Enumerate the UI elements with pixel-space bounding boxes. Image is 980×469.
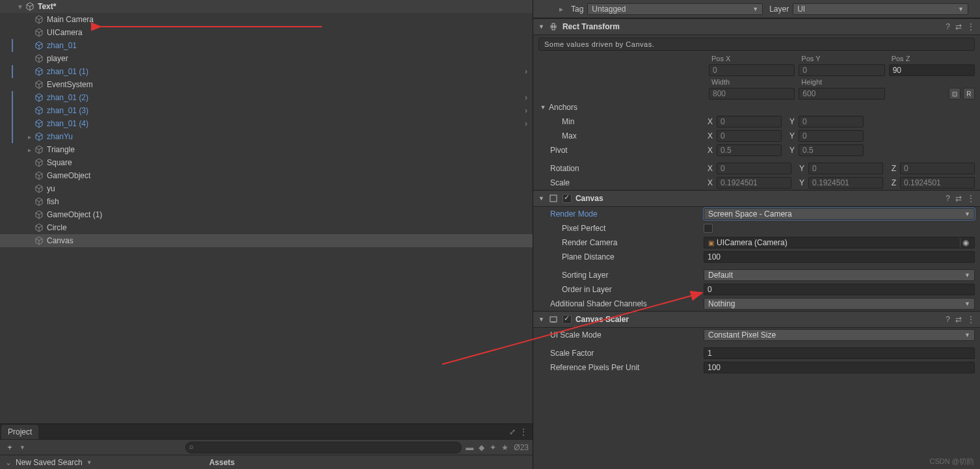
render-mode-row: Render Mode Screen Space - Camera▼ [533, 207, 980, 221]
foldout-icon[interactable]: ▼ [538, 195, 544, 202]
chevron-right-icon[interactable]: › [525, 106, 527, 115]
gameobject-icon [34, 14, 44, 25]
render-camera-field[interactable]: ▣ UICamera (Camera) ◉ [704, 237, 975, 248]
canvas-scaler-enabled-checkbox[interactable] [563, 315, 572, 324]
favorite-icon[interactable]: ★ [501, 443, 509, 452]
anchor-min-x-input [717, 116, 782, 127]
hidden-icon[interactable]: Ø23 [514, 443, 529, 452]
hierarchy-item[interactable]: Main Camera [0, 13, 533, 26]
sorting-layer-dropdown[interactable]: Default▼ [704, 269, 975, 281]
hierarchy-item[interactable]: zhan_01 [0, 39, 533, 52]
help-icon[interactable]: ? [946, 22, 950, 31]
layer-dropdown[interactable]: UI▼ [793, 3, 968, 15]
raw-edit-button[interactable]: R [963, 88, 975, 100]
rect-transform-header[interactable]: ▼ Rect Transform ? ⇄ ⋮ [533, 18, 980, 35]
gameobject-icon [34, 40, 44, 51]
ui-scale-mode-dropdown[interactable]: Constant Pixel Size▼ [704, 329, 975, 341]
hierarchy-item[interactable]: EventSystem [0, 78, 533, 91]
foldout-icon[interactable]: ▼ [538, 316, 544, 323]
anchors-row[interactable]: ▼ Anchors [533, 100, 980, 114]
pivot-y-input [799, 144, 864, 156]
component-title: Canvas [576, 194, 603, 203]
anchors-min-label: Min [538, 117, 704, 126]
anchor-max-y-input [799, 130, 864, 142]
canvas-header[interactable]: ▼ Canvas ? ⇄ ⋮ [533, 190, 980, 207]
hierarchy-item[interactable]: fish [0, 195, 533, 208]
hierarchy-item[interactable]: ▸Triangle [0, 143, 533, 156]
preset-icon[interactable]: ⇄ [955, 315, 962, 324]
chevron-right-icon[interactable]: › [525, 119, 527, 128]
saved-search-dropdown-icon[interactable]: ▼ [86, 459, 92, 466]
item-label: Canvas [47, 236, 73, 245]
foldout-icon[interactable]: ▸ [25, 133, 34, 141]
context-menu-icon[interactable]: ⋮ [967, 315, 975, 324]
pos-z-input[interactable] [889, 64, 975, 76]
help-icon[interactable]: ? [946, 315, 950, 324]
hierarchy-item[interactable]: Canvas [0, 234, 533, 247]
hierarchy-tree[interactable]: ▼ Text* Main CameraUICamerazhan_01player… [0, 0, 533, 423]
tag-dropdown[interactable]: Untagged▼ [587, 3, 763, 15]
gameobject-icon [34, 209, 44, 220]
rotation-y-input [808, 163, 883, 174]
filter-label-icon[interactable]: ✦ [490, 443, 496, 452]
foldout-icon[interactable]: ▼ [538, 104, 548, 111]
hierarchy-item[interactable]: Circle [0, 221, 533, 234]
ref-ppu-input[interactable] [704, 362, 975, 373]
object-picker-icon[interactable]: ◉ [960, 237, 970, 248]
hierarchy-item[interactable]: zhan_01 (1)› [0, 65, 533, 78]
pixel-perfect-checkbox[interactable] [704, 224, 713, 233]
hierarchy-item-text[interactable]: ▼ Text* [0, 0, 533, 13]
preset-icon[interactable]: ⇄ [955, 22, 962, 31]
item-label: zhan_01 (2) [47, 93, 88, 102]
add-button[interactable]: + [4, 443, 16, 452]
hierarchy-item[interactable]: UICamera [0, 26, 533, 39]
blueprint-mode-button[interactable]: ⊡ [949, 88, 960, 100]
hierarchy-item[interactable]: ▸zhanYu [0, 130, 533, 143]
additional-shader-dropdown[interactable]: Nothing▼ [704, 298, 975, 310]
item-label: GameObject (1) [47, 210, 102, 219]
hierarchy-item[interactable]: zhan_01 (2)› [0, 91, 533, 104]
context-menu-icon[interactable]: ⋮ [967, 22, 975, 31]
project-tab[interactable]: Project [1, 425, 38, 439]
help-icon[interactable]: ? [946, 194, 950, 203]
hierarchy-item[interactable]: GameObject (1) [0, 208, 533, 221]
sorting-layer-row: Sorting Layer Default▼ [533, 268, 980, 282]
anchors-max-label: Max [538, 131, 704, 141]
preset-icon[interactable]: ⇄ [955, 194, 962, 203]
hierarchy-item[interactable]: zhan_01 (3)› [0, 104, 533, 117]
canvas-scaler-header[interactable]: ▼ Canvas Scaler ? ⇄ ⋮ [533, 311, 980, 328]
filter-type-icon[interactable]: ◆ [479, 443, 484, 452]
item-label: zhan_01 (1) [47, 67, 88, 76]
foldout-icon[interactable]: ▸ [25, 146, 34, 154]
svg-rect-3 [550, 317, 557, 322]
hierarchy-item[interactable]: Square [0, 156, 533, 169]
sorting-layer-label: Sorting Layer [538, 271, 704, 280]
context-menu-icon[interactable]: ⋮ [520, 427, 527, 436]
assets-label[interactable]: Assets [209, 458, 235, 467]
scale-factor-input[interactable] [704, 347, 975, 359]
project-search-input[interactable] [185, 442, 462, 453]
chevron-right-icon[interactable]: › [525, 67, 527, 76]
foldout-icon[interactable]: ▼ [538, 23, 544, 30]
render-mode-dropdown[interactable]: Screen Space - Camera▼ [704, 208, 975, 220]
hierarchy-item[interactable]: zhan_01 (4)› [0, 117, 533, 130]
saved-search-expand-icon[interactable]: ⌄ [5, 458, 12, 467]
pos-x-label: Pos X [709, 55, 795, 62]
plane-distance-input[interactable] [704, 251, 975, 263]
gameobject-icon [34, 144, 44, 155]
gameobject-icon [34, 53, 44, 64]
order-in-layer-input[interactable] [704, 284, 975, 295]
watermark: CSDN @切韵 [930, 457, 973, 466]
lock-icon[interactable]: ⤢ [509, 427, 516, 436]
hierarchy-item[interactable]: GameObject [0, 169, 533, 182]
filter-icon[interactable]: ▬ [466, 443, 473, 452]
item-label: zhan_01 (4) [47, 119, 88, 128]
chevron-right-icon[interactable]: › [525, 93, 527, 102]
svg-rect-2 [550, 195, 557, 202]
canvas-enabled-checkbox[interactable] [563, 194, 572, 203]
context-menu-icon[interactable]: ⋮ [967, 194, 975, 203]
hierarchy-item[interactable]: player [0, 52, 533, 65]
foldout-icon[interactable]: ▼ [16, 3, 25, 10]
add-dropdown-icon[interactable]: ▼ [20, 444, 25, 451]
hierarchy-item[interactable]: yu [0, 182, 533, 195]
